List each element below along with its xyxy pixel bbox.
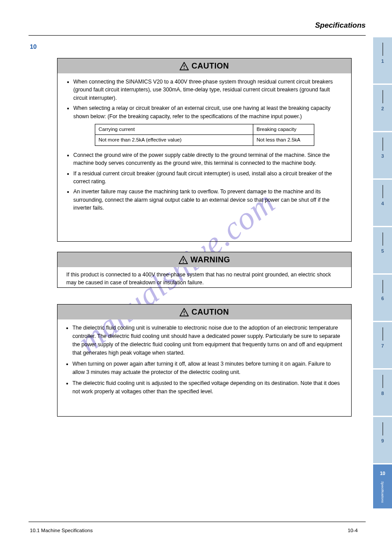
caution2-bullet-1: The dielectric fluid cooling unit is vul…	[72, 324, 342, 357]
warning-label: WARNING	[191, 255, 230, 265]
page-title: Specifications	[315, 21, 366, 30]
svg-point-5	[184, 314, 185, 315]
tab-7[interactable]: 7	[373, 322, 392, 368]
warning-icon	[180, 308, 189, 316]
caution-box-1: CAUTION When connecting the SINAMICS V20…	[57, 58, 352, 242]
table-header-1: Carrying current	[95, 124, 253, 135]
tab-2[interactable]: 2	[373, 85, 392, 131]
caution-label: CAUTION	[191, 308, 229, 317]
warning-icon	[179, 256, 188, 264]
caution1-bullet-4: If a residual current circuit breaker (g…	[73, 170, 342, 186]
side-tabs: 1 2 3 4 5 6 7 8 9 10 Specifications	[368, 37, 392, 510]
tab-10[interactable]: 10 Specifications	[373, 464, 392, 508]
tab-1[interactable]: 1	[373, 37, 392, 83]
caution2-bullet-2: When turning on power again after turnin…	[72, 360, 342, 377]
table-header-2: Breaking capacity	[253, 124, 314, 135]
tab-5[interactable]: 5	[373, 227, 392, 273]
header-rule	[29, 35, 366, 36]
warning-box: WARNING If this product is connected to …	[57, 252, 352, 288]
caution1-bullet-5: An inverter failure may cause the machin…	[73, 188, 342, 212]
warning-text: If this product is connected to a 400V t…	[58, 267, 351, 290]
box-header: CAUTION	[58, 305, 351, 319]
footer-rule	[29, 522, 366, 522]
caution-label: CAUTION	[191, 62, 229, 71]
table-data-1: Not more than 2.5kA (effective value)	[95, 135, 253, 145]
caution2-bullet-3: The dielectric fluid cooling unit is adj…	[72, 379, 342, 396]
caution1-bullet-2: When selecting a relay or circuit breake…	[73, 104, 342, 120]
tab-9[interactable]: 9	[373, 417, 392, 463]
footer-left: 10.1 Machine Specifications	[30, 528, 93, 533]
box-header: CAUTION	[58, 58, 351, 73]
caution1-bullet-1: When connecting the SINAMICS V20 to a 40…	[73, 78, 342, 102]
section-number: 10	[30, 43, 37, 50]
footer-right: 10-4	[348, 528, 358, 533]
table-data-2: Not less than 2.5kA	[253, 135, 314, 145]
tab-6[interactable]: 6	[373, 275, 392, 321]
tab-8[interactable]: 8	[373, 370, 392, 416]
tab-3[interactable]: 3	[373, 132, 392, 178]
breaking-capacity-table: Carrying current Breaking capacity Not m…	[95, 124, 314, 146]
warning-icon	[180, 62, 189, 70]
svg-point-3	[183, 261, 183, 262]
caution-box-2: CAUTION The dielectric fluid cooling uni…	[57, 304, 352, 417]
tab-4[interactable]: 4	[373, 180, 392, 226]
caution1-bullet-3: Connect the ground wire of the power sup…	[73, 151, 342, 167]
box-header: WARNING	[58, 252, 351, 267]
svg-point-1	[184, 68, 185, 69]
